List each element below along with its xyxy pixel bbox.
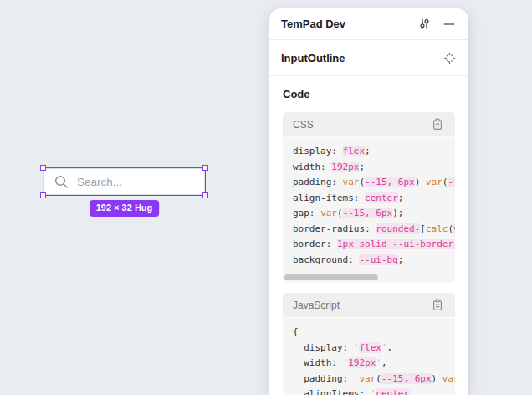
code-line: alignItems: 'center', <box>293 387 455 395</box>
code-line: background: --ui-bg; <box>293 253 455 269</box>
panel-header: TemPad Dev <box>269 8 468 40</box>
size-badge: 192 × 32 Hug <box>90 200 160 217</box>
code-block-header: CSS <box>283 112 455 137</box>
code-block-javascript: JavaScript { display: 'flex', width: '19… <box>283 293 455 395</box>
code-section-title: Code <box>283 88 455 100</box>
search-input[interactable]: Search... <box>43 168 205 195</box>
selection-handle-bottom-right[interactable] <box>202 192 208 198</box>
code-block-header: JavaScript <box>283 293 455 318</box>
clipboard-copy-icon[interactable] <box>430 298 445 313</box>
code-line: align-items: center; <box>293 191 455 207</box>
scrollbar-thumb[interactable] <box>284 274 378 280</box>
horizontal-scrollbar[interactable] <box>284 274 453 280</box>
code-line: display: 'flex', <box>293 341 455 357</box>
code-line: border-radius: rounded-[calc(var(--radiu… <box>293 222 455 238</box>
minimize-icon[interactable] <box>442 17 457 32</box>
code-line: { <box>293 325 455 341</box>
code-section: Code CSS display: flex;width: 192px;padd… <box>269 76 468 395</box>
tempad-dev-panel: TemPad Dev InputOutline <box>269 8 468 395</box>
code-line: gap: var(--15, 6px); <box>293 206 455 222</box>
panel-title: TemPad Dev <box>281 18 417 30</box>
node-name: InputOutline <box>281 52 442 64</box>
code-block-label: CSS <box>293 119 430 131</box>
search-placeholder-text: Search... <box>77 176 122 188</box>
code-line: padding: 'var(--15, 6px) var(--15, 6px)'… <box>293 372 455 387</box>
selection-handle-bottom-left[interactable] <box>40 192 46 198</box>
code-line: width: 192px; <box>293 160 455 176</box>
code-body[interactable]: display: flex;width: 192px;padding: var(… <box>283 137 455 283</box>
selected-node-row: InputOutline <box>269 40 468 76</box>
code-block-label: JavaScript <box>293 300 430 311</box>
code-line: display: flex; <box>293 144 455 160</box>
crosshair-locate-icon[interactable] <box>442 50 457 65</box>
selection-handle-top-right[interactable] <box>202 165 208 171</box>
clipboard-copy-icon[interactable] <box>430 117 445 132</box>
code-body[interactable]: { display: 'flex', width: '192px', paddi… <box>283 318 455 395</box>
code-line: width: '192px', <box>293 356 455 372</box>
sliders-icon[interactable] <box>417 17 432 32</box>
selection-handle-top-left[interactable] <box>40 165 46 171</box>
magnifier-icon <box>54 174 69 190</box>
selected-component[interactable]: Search... 192 × 32 Hug <box>43 168 205 195</box>
code-line: border: 1px solid --ui-border-color; <box>293 237 455 253</box>
code-block-css: CSS display: flex;width: 192px;padding: … <box>283 112 455 283</box>
code-line: padding: var(--15, 6px) var(--15, 6px); <box>293 175 455 191</box>
